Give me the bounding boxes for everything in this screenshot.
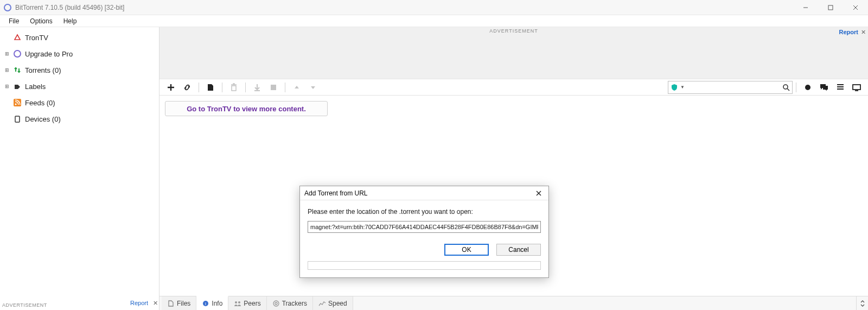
- menu-help[interactable]: Help: [58, 16, 82, 26]
- expand-icon[interactable]: ⊞: [4, 51, 10, 56]
- menu-file[interactable]: File: [3, 16, 24, 26]
- start-button[interactable]: [249, 80, 265, 95]
- url-input[interactable]: [308, 221, 541, 233]
- ad-banner: ADVERTISEMENT Report ✕: [159, 27, 868, 79]
- svg-point-11: [805, 85, 810, 90]
- tab-label: Files: [177, 300, 190, 307]
- tab-info[interactable]: i Info: [196, 296, 228, 310]
- separator: [222, 83, 222, 92]
- ad-close-icon[interactable]: ✕: [861, 29, 866, 36]
- chat-button[interactable]: [816, 80, 832, 95]
- dialog-close-icon[interactable]: [533, 188, 544, 199]
- menu-options[interactable]: Options: [24, 16, 58, 26]
- svg-point-6: [15, 104, 17, 105]
- svg-text:i: i: [205, 301, 206, 306]
- menubar: File Options Help: [0, 15, 868, 27]
- dialog-titlebar[interactable]: Add Torrent from URL: [300, 186, 548, 200]
- sidebar-item-feeds[interactable]: Feeds (0): [0, 94, 159, 111]
- expand-detail-button[interactable]: [856, 296, 868, 310]
- dialog-title: Add Torrent from URL: [304, 189, 368, 197]
- view-list-button[interactable]: [832, 80, 848, 95]
- svg-point-9: [783, 85, 788, 89]
- svg-point-18: [273, 301, 279, 306]
- sidebar-item-label: Upgrade to Pro: [25, 50, 73, 58]
- add-torrent-button[interactable]: [163, 80, 179, 95]
- dialog-progress-bar: [308, 261, 541, 270]
- expand-icon[interactable]: ⊞: [4, 84, 10, 89]
- rss-icon: [13, 98, 22, 107]
- sidebar-report-close-icon[interactable]: ✕: [153, 300, 158, 306]
- ok-button[interactable]: OK: [444, 244, 489, 256]
- speed-icon: [318, 300, 326, 307]
- maximize-button[interactable]: [818, 0, 843, 15]
- expand-icon[interactable]: ⊞: [4, 67, 10, 73]
- search-box[interactable]: ▼: [668, 81, 793, 94]
- svg-rect-8: [271, 85, 276, 90]
- sidebar-report-link[interactable]: Report: [130, 300, 148, 306]
- svg-rect-7: [15, 116, 20, 122]
- sidebar-item-devices[interactable]: Devices (0): [0, 111, 159, 127]
- sidebar-item-trontv[interactable]: TronTV: [0, 29, 159, 46]
- remote-button[interactable]: [848, 80, 865, 95]
- window-title: BitTorrent 7.10.5 (build 45496) [32-bit]: [15, 4, 124, 11]
- ad-report-link[interactable]: Report: [839, 29, 858, 35]
- tab-label: Trackers: [282, 300, 307, 307]
- svg-rect-12: [853, 85, 860, 90]
- trontv-promo-link[interactable]: Go to TronTV to view more content.: [187, 105, 306, 113]
- search-engine-dropdown[interactable]: ▼: [680, 85, 687, 90]
- files-icon: [167, 300, 175, 307]
- detail-tabs: Files i Info Peers Trackers Speed: [159, 296, 868, 310]
- window-titlebar: BitTorrent 7.10.5 (build 45496) [32-bit]: [0, 0, 868, 15]
- svg-point-19: [275, 302, 277, 305]
- svg-point-16: [235, 301, 237, 303]
- app-logo-icon: [3, 3, 12, 12]
- trontv-icon: [13, 33, 22, 42]
- move-up-button[interactable]: [289, 80, 305, 95]
- svg-line-10: [787, 88, 789, 91]
- label-icon: [13, 82, 22, 91]
- ad-label: ADVERTISEMENT: [489, 28, 538, 34]
- trontv-promo[interactable]: Go to TronTV to view more content.: [165, 101, 328, 116]
- dialog-message: Please enter the location of the .torren…: [308, 208, 541, 216]
- minimize-button[interactable]: [793, 0, 818, 15]
- stop-button[interactable]: [265, 80, 282, 95]
- tab-trackers[interactable]: Trackers: [267, 296, 313, 310]
- separator: [199, 83, 199, 92]
- delete-button[interactable]: [226, 80, 242, 95]
- bundles-button[interactable]: [800, 80, 816, 95]
- close-button[interactable]: [843, 0, 868, 15]
- sidebar-ad-label: ADVERTISEMENT: [2, 302, 47, 308]
- search-input[interactable]: [687, 84, 780, 91]
- sidebar-item-upgrade[interactable]: ⊞ Upgrade to Pro: [0, 46, 159, 62]
- torrents-icon: [13, 66, 22, 74]
- tab-label: Speed: [328, 300, 347, 307]
- search-icon[interactable]: [780, 84, 792, 91]
- add-url-dialog: Add Torrent from URL Please enter the lo…: [299, 186, 549, 278]
- tab-label: Info: [212, 300, 222, 307]
- pro-icon: [13, 49, 22, 58]
- tab-files[interactable]: Files: [162, 296, 196, 310]
- svg-point-17: [238, 301, 240, 303]
- sidebar-item-label: TronTV: [25, 34, 48, 42]
- tab-speed[interactable]: Speed: [313, 296, 353, 310]
- devices-icon: [13, 115, 22, 123]
- move-down-button[interactable]: [305, 80, 321, 95]
- cancel-button[interactable]: Cancel: [496, 244, 541, 256]
- add-url-button[interactable]: [179, 80, 195, 95]
- sidebar-item-label: Feeds (0): [25, 99, 55, 107]
- separator: [245, 83, 246, 92]
- svg-marker-4: [15, 35, 20, 40]
- toolbar: ▼: [159, 79, 868, 96]
- shield-icon: [668, 84, 680, 91]
- tab-peers[interactable]: Peers: [228, 296, 266, 310]
- separator: [796, 83, 796, 92]
- svg-rect-1: [828, 5, 833, 10]
- info-icon: i: [202, 300, 209, 307]
- sidebar-item-label: Torrents (0): [25, 66, 61, 74]
- peers-icon: [234, 300, 241, 307]
- tab-label: Peers: [244, 300, 260, 307]
- sidebar-item-torrents[interactable]: ⊞ Torrents (0): [0, 62, 159, 78]
- sidebar-item-labels[interactable]: ⊞ Labels: [0, 78, 159, 94]
- sidebar: TronTV ⊞ Upgrade to Pro ⊞ Torrents (0) ⊞…: [0, 27, 159, 310]
- create-torrent-button[interactable]: [202, 80, 219, 95]
